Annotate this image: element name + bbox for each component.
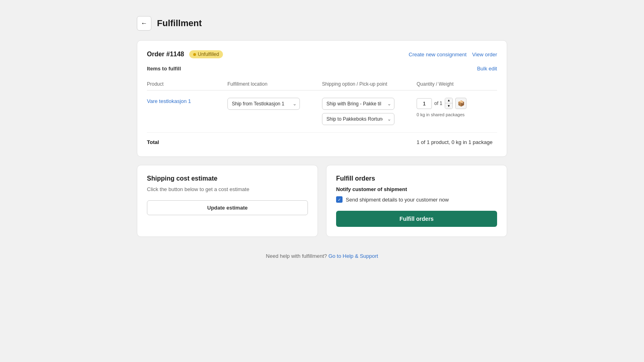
total-value: 1 of 1 product, 0 kg in 1 package (417, 139, 497, 145)
ship-from-select-wrap: Ship from Testlokasjon 1 (227, 98, 300, 110)
notify-checkbox[interactable]: ✓ (336, 196, 343, 203)
package-icon[interactable]: 📦 (455, 98, 466, 109)
notify-title: Notify customer of shipment (336, 186, 497, 192)
fulfill-orders-title: Fulfill orders (336, 175, 497, 182)
bottom-grid: Shipping cost estimate Click the button … (137, 165, 507, 245)
order-header-left: Order #1148 Unfulfilled (147, 50, 223, 58)
ship-with-select-wrap: Ship with Bring - Pakke til h... (322, 98, 394, 110)
items-to-fulfill-label: Items to fulfill (147, 66, 181, 72)
order-number: Order #1148 (147, 51, 184, 58)
fulfill-orders-card: Fulfill orders Notify customer of shipme… (326, 165, 507, 237)
footer-help: Need help with fulfillment? Go to Help &… (137, 253, 507, 259)
page-header: ← Fulfillment (137, 16, 507, 31)
ship-with-select[interactable]: Ship with Bring - Pakke til h... (322, 98, 394, 110)
qty-up-button[interactable]: ▲ (445, 98, 452, 103)
status-badge: Unfulfilled (189, 50, 223, 58)
bulk-edit-link[interactable]: Bulk edit (477, 66, 497, 72)
page-title: Fulfillment (157, 18, 202, 29)
update-estimate-button[interactable]: Update estimate (147, 200, 308, 215)
badge-dot (193, 53, 196, 56)
product-cell: Vare testlokasjon 1 (147, 98, 227, 104)
view-order-link[interactable]: View order (472, 51, 497, 58)
shipping-option-cell: Ship with Bring - Pakke til h... Ship to… (322, 98, 417, 125)
col-quantity-weight: Quantity / Weight (417, 81, 497, 87)
qty-of: of 1 (434, 101, 442, 106)
notify-checkbox-row: ✓ Send shipment details to your customer… (336, 196, 497, 203)
col-shipping-option: Shipping option / Pick-up point (322, 81, 417, 87)
ship-to-select[interactable]: Ship to Pakkeboks Rortunet... (322, 113, 394, 125)
col-fulfillment-location: Fulfillment location (227, 81, 322, 87)
shipping-cost-title: Shipping cost estimate (147, 175, 308, 182)
total-label: Total (147, 139, 227, 145)
checkbox-label: Send shipment details to your customer n… (346, 197, 449, 203)
total-row: Total 1 of 1 product, 0 kg in 1 package (147, 133, 497, 147)
qty-down-button[interactable]: ▼ (445, 103, 452, 109)
qty-stepper: ▲ ▼ (445, 98, 453, 109)
create-consignment-link[interactable]: Create new consignment (409, 51, 466, 58)
fulfillment-location-cell: Ship from Testlokasjon 1 (227, 98, 322, 110)
shipping-cost-card: Shipping cost estimate Click the button … (137, 165, 318, 237)
ship-from-select[interactable]: Ship from Testlokasjon 1 (227, 98, 300, 110)
ship-to-select-wrap: Ship to Pakkeboks Rortunet... (322, 113, 394, 125)
footer-help-text: Need help with fulfillment? (266, 253, 328, 259)
fulfill-orders-button[interactable]: Fulfill orders (336, 211, 497, 227)
order-card: Order #1148 Unfulfilled Create new consi… (137, 40, 507, 157)
qty-input[interactable] (417, 98, 432, 109)
table-row: Vare testlokasjon 1 Ship from Testlokasj… (147, 90, 497, 133)
qty-row: of 1 ▲ ▼ 📦 (417, 98, 497, 109)
shipping-cost-desc: Click the button below to get a cost est… (147, 186, 308, 192)
card-header: Order #1148 Unfulfilled Create new consi… (147, 50, 497, 58)
quantity-cell: of 1 ▲ ▼ 📦 0 kg in shared packages (417, 98, 497, 117)
order-header-right: Create new consignment View order (409, 51, 497, 58)
product-link[interactable]: Vare testlokasjon 1 (147, 98, 191, 104)
shared-packages-text: 0 kg in shared packages (417, 112, 497, 117)
col-product: Product (147, 81, 227, 87)
help-support-link[interactable]: Go to Help & Support (328, 253, 378, 259)
items-section-header: Items to fulfill Bulk edit (147, 66, 497, 72)
table-header: Product Fulfillment location Shipping op… (147, 78, 497, 90)
back-button[interactable]: ← (137, 16, 151, 31)
